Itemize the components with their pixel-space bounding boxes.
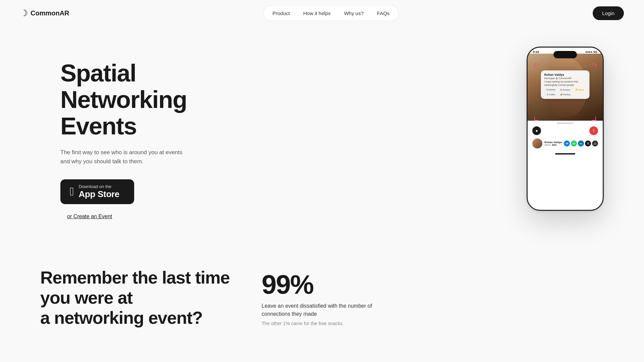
ar-tag-systems: ⚙ Systems xyxy=(558,88,572,92)
hero-content: Spatial Networking Events The first way … xyxy=(60,47,248,220)
ar-tags: 🥽 AR/VR ⚙ Systems 🎾 Tennis ☕ Coffee 🚀 Pi… xyxy=(544,88,586,96)
social-x-icon[interactable]: 𝕏 xyxy=(585,140,591,146)
alert-icon: ! xyxy=(593,128,594,133)
login-button[interactable]: Login xyxy=(593,6,624,20)
phone-profile-row: Rohan Vaidya Match: 84% ✉ W in 𝕏 ◇ xyxy=(531,137,599,150)
navbar: ☽ CommonAR Product How it helps Why us? … xyxy=(0,0,644,26)
profile-name: Rohan Vaidya xyxy=(544,141,564,144)
phone-camera-view: Rohan Vaidya Developer @ CommonAR I enjo… xyxy=(528,54,603,121)
phone-frame: 8:33 ●●●● 5G Rohan Vaidya Developer @ Co… xyxy=(527,47,604,211)
ar-person-role: Developer @ CommonAR I enjoy building fu… xyxy=(544,77,586,86)
phone-notch xyxy=(553,51,577,58)
logo[interactable]: ☽ CommonAR xyxy=(20,8,69,18)
social-message-icon[interactable]: ✉ xyxy=(564,140,570,146)
ar-bracket-tr xyxy=(592,64,596,68)
ar-bracket-tl xyxy=(534,64,538,68)
app-store-line1: Download on the xyxy=(78,184,119,189)
phone-camera-button[interactable]: ● xyxy=(532,126,541,135)
stats-heading: Remember the last time you were at a net… xyxy=(40,268,235,328)
ar-tag-tennis: 🎾 Tennis xyxy=(573,88,586,92)
camera-icon: ● xyxy=(535,128,538,133)
nav-links: Product How it helps Why us? FAQs xyxy=(263,5,398,21)
ar-person-bio: I enjoy building fun products that meani… xyxy=(544,80,578,86)
phone-action-bar: ● ! xyxy=(531,124,599,137)
create-event-link[interactable]: or Create an Event xyxy=(67,214,248,220)
hero-title: Spatial Networking Events xyxy=(60,60,248,140)
phone-bottom-area: ● ! Rohan Vaidya Match: 84% xyxy=(528,124,603,150)
brand-name: CommonAR xyxy=(31,9,69,17)
social-icons: ✉ W in 𝕏 ◇ xyxy=(564,140,598,146)
app-store-button[interactable]:  Download on the App Store xyxy=(60,179,134,204)
profile-info: Rohan Vaidya Match: 84% xyxy=(544,141,564,146)
ar-tag-arvr: 🥽 AR/VR xyxy=(544,88,557,92)
phone-alert-button[interactable]: ! xyxy=(589,126,598,135)
phone-mockup-container: 8:33 ●●●● 5G Rohan Vaidya Developer @ Co… xyxy=(527,47,604,211)
social-linkedin-icon[interactable]: in xyxy=(578,140,584,146)
stats-section: Remember the last time you were at a net… xyxy=(0,254,644,355)
app-store-line2: App Store xyxy=(78,189,119,199)
nav-product[interactable]: Product xyxy=(266,8,296,19)
profile-match: Match: 84% xyxy=(544,144,564,146)
stats-heading-container: Remember the last time you were at a net… xyxy=(40,268,235,328)
stat-number: 99% xyxy=(262,271,396,298)
profile-avatar xyxy=(532,138,542,148)
ar-tag-pitching: 🚀 Pitching xyxy=(558,93,572,96)
hero-subtitle: The first way to see who is around you a… xyxy=(60,148,188,166)
phone-signal: ●●●● 5G xyxy=(585,50,597,54)
phone-time: 8:33 xyxy=(533,50,539,54)
app-store-text: Download on the App Store xyxy=(78,184,119,199)
ar-bracket-bl xyxy=(534,117,538,121)
stat-footnote: The other 1% came for the free snacks. xyxy=(262,321,396,326)
social-github-icon[interactable]: ◇ xyxy=(592,140,598,146)
phone-home-indicator xyxy=(555,153,575,155)
nav-how-it-helps[interactable]: How it helps xyxy=(297,8,337,19)
apple-icon:  xyxy=(70,185,74,198)
logo-icon: ☽ xyxy=(20,8,28,18)
nav-faqs[interactable]: FAQs xyxy=(371,8,396,19)
ar-bracket-br xyxy=(592,117,596,121)
stat-description: Leave an event dissatisfied with the num… xyxy=(262,302,376,318)
social-whatsapp-icon[interactable]: W xyxy=(571,140,577,146)
ar-person-name: Rohan Vaidya xyxy=(544,73,586,76)
nav-why-us[interactable]: Why us? xyxy=(338,8,370,19)
phone-scroll-indicator xyxy=(557,123,574,124)
ar-info-card: Rohan Vaidya Developer @ CommonAR I enjo… xyxy=(541,70,590,99)
stats-data-container: 99% Leave an event dissatisfied with the… xyxy=(262,268,396,326)
hero-section: Spatial Networking Events The first way … xyxy=(0,26,644,254)
ar-tag-coffee: ☕ Coffee xyxy=(544,93,557,96)
